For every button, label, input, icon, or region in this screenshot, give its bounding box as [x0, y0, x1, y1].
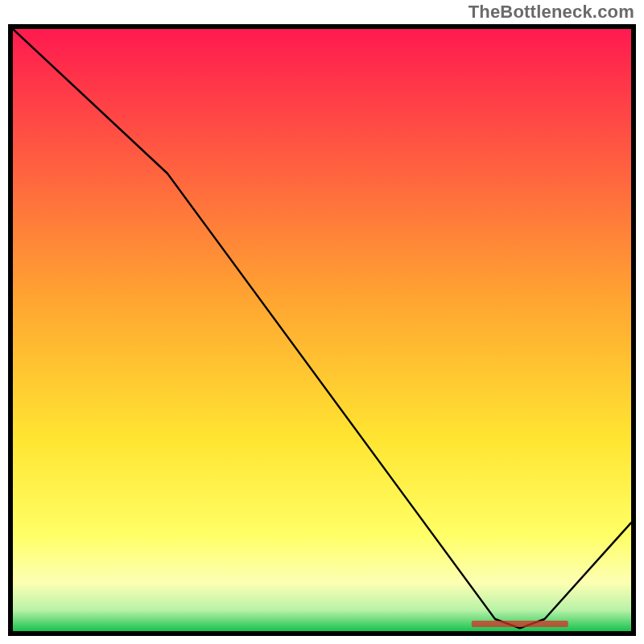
min-marker — [472, 621, 568, 627]
plot-svg — [13, 29, 631, 631]
chart-container: TheBottleneck.com — [0, 0, 644, 644]
plot-frame — [8, 24, 636, 636]
gradient-fill — [13, 29, 631, 631]
attribution-label: TheBottleneck.com — [469, 2, 634, 23]
